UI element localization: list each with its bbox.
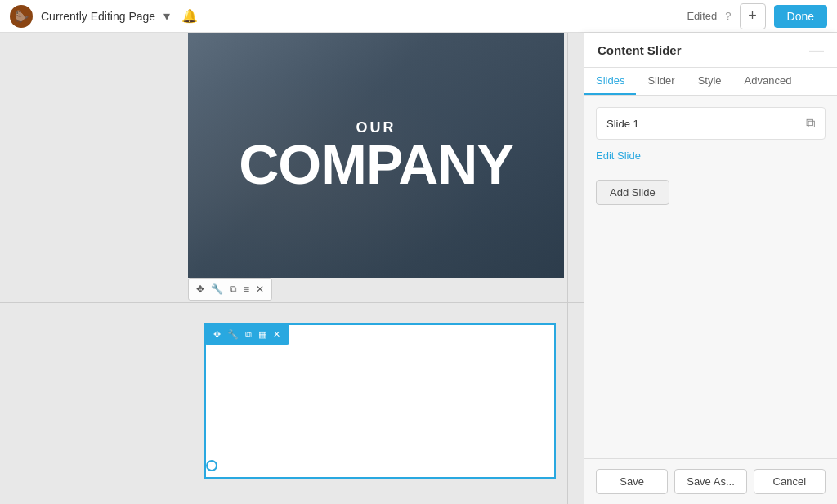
- main-area: OUR COMPANY ✥ 🔧 ⧉ ≡ ✕ ✥ 🔧 ⧉ ▦ ✕: [0, 33, 837, 504]
- edit-slide-link[interactable]: Edit Slide: [596, 149, 826, 162]
- tab-advanced[interactable]: Advanced: [733, 68, 803, 95]
- content-slider-panel: Content Slider — Slides Slider Style Adv…: [584, 33, 837, 504]
- slide-1-item: Slide 1 ⧉: [596, 107, 826, 140]
- panel-title: Content Slider: [598, 43, 682, 57]
- copy-icon[interactable]: ⧉: [227, 282, 239, 297]
- columns-icon-blue[interactable]: ▦: [256, 328, 269, 341]
- slide-1-label: Slide 1: [606, 118, 639, 130]
- menu-icon[interactable]: ≡: [241, 282, 252, 297]
- done-button[interactable]: Done: [774, 5, 827, 28]
- slide-copy-icon[interactable]: ⧉: [806, 116, 815, 131]
- chevron-down-icon[interactable]: ▾: [163, 8, 170, 24]
- move-icon-blue[interactable]: ✥: [211, 328, 223, 341]
- close-icon-blue[interactable]: ✕: [271, 328, 283, 341]
- tab-slides[interactable]: Slides: [584, 68, 636, 95]
- canvas-area: OUR COMPANY ✥ 🔧 ⧉ ≡ ✕ ✥ 🔧 ⧉ ▦ ✕: [0, 33, 584, 504]
- hero-company-text: COMPANY: [239, 136, 513, 192]
- panel-footer: Save Save As... Cancel: [584, 458, 837, 504]
- move-icon[interactable]: ✥: [194, 282, 207, 297]
- close-icon[interactable]: ✕: [253, 282, 266, 297]
- minimize-icon[interactable]: —: [809, 42, 824, 57]
- element-toolbar: ✥ 🔧 ⧉ ≡ ✕: [188, 278, 272, 301]
- bell-icon[interactable]: 🔔: [181, 8, 198, 24]
- add-slide-button[interactable]: Add Slide: [596, 180, 669, 205]
- save-as-button[interactable]: Save As...: [674, 469, 746, 494]
- panel-body: Slide 1 ⧉ Edit Slide Add Slide: [584, 96, 837, 458]
- blue-element-toolbar: ✥ 🔧 ⧉ ▦ ✕: [204, 323, 289, 345]
- canvas-separator: [0, 302, 584, 303]
- logo-emoji: 🦫: [15, 10, 29, 23]
- hero-text: OUR COMPANY: [239, 119, 513, 192]
- save-button[interactable]: Save: [596, 469, 668, 494]
- add-button[interactable]: +: [740, 3, 766, 29]
- hero-section: OUR COMPANY: [188, 33, 564, 278]
- help-icon[interactable]: ?: [725, 10, 731, 22]
- tab-style[interactable]: Style: [687, 68, 733, 95]
- panel-tabs: Slides Slider Style Advanced: [584, 68, 837, 96]
- header-title: Currently Editing Page: [41, 10, 155, 23]
- guide-line-right: [567, 33, 568, 504]
- header: 🦫 Currently Editing Page ▾ 🔔 Edited ? + …: [0, 0, 837, 33]
- copy-icon-blue[interactable]: ⧉: [243, 328, 254, 341]
- cancel-button[interactable]: Cancel: [754, 469, 826, 494]
- tab-slider[interactable]: Slider: [636, 68, 686, 95]
- logo: 🦫: [10, 5, 33, 28]
- circle-handle-left[interactable]: [206, 460, 217, 471]
- selected-element-box[interactable]: [204, 323, 556, 479]
- edited-status: Edited: [687, 10, 717, 22]
- hero-background: OUR COMPANY: [188, 33, 564, 278]
- wrench-icon-blue[interactable]: 🔧: [225, 328, 241, 341]
- panel-header: Content Slider —: [584, 33, 837, 68]
- wrench-icon[interactable]: 🔧: [208, 282, 226, 297]
